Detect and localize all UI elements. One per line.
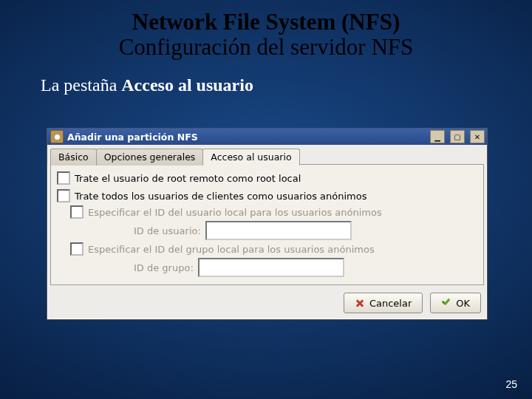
checkbox-all-anon[interactable] — [57, 189, 70, 202]
cancel-icon — [355, 298, 365, 308]
slide-title-bold: Network File System (NFS) — [0, 9, 532, 35]
label-root-remote: Trate el usuario de root remoto como roo… — [75, 173, 301, 184]
slide-title-sub: Configuración del servidor NFS — [0, 34, 532, 61]
maximize-icon: ▢ — [454, 133, 460, 141]
app-icon — [50, 130, 64, 143]
option-root-remote[interactable]: Trate el usuario de root remoto como roo… — [55, 169, 479, 187]
row-group-id: ID de grupo: — [134, 256, 479, 279]
checkbox-root-remote[interactable] — [57, 171, 70, 185]
slide-lead: La pestaña Acceso al usuario — [41, 75, 532, 95]
checkbox-spec-group-id — [70, 242, 83, 256]
tab-bar: Básico Opciones generales Acceso al usua… — [47, 145, 487, 165]
label-all-anon: Trate todos los usuarios de clientes com… — [75, 191, 367, 202]
lead-prefix: La pestaña — [41, 75, 121, 95]
option-spec-group-id: Especificar el ID del grupo local para l… — [70, 242, 479, 256]
label-spec-user-id: Especificar el ID del usuario local para… — [88, 207, 382, 218]
minimize-icon: ▁ — [434, 133, 440, 141]
label-spec-group-id: Especificar el ID del grupo local para l… — [88, 244, 375, 255]
tab-basic[interactable]: Básico — [50, 149, 97, 166]
dialog-title: Añadir una partición NFS — [67, 132, 426, 143]
input-user-id — [205, 221, 352, 240]
nfs-dialog: Añadir una partición NFS ▁ ▢ ✕ Básico Op… — [47, 128, 488, 320]
option-spec-user-id: Especificar el ID del usuario local para… — [70, 205, 479, 219]
dialog-buttons: Cancelar OK — [47, 288, 487, 319]
label-user-id: ID de usuario: — [134, 225, 201, 236]
lead-bold: Acceso al usuario — [121, 75, 253, 95]
cancel-label: Cancelar — [369, 298, 412, 309]
ok-icon — [441, 298, 451, 308]
label-group-id: ID de grupo: — [134, 262, 194, 273]
close-button[interactable]: ✕ — [470, 130, 485, 143]
row-user-id: ID de usuario: — [134, 219, 479, 242]
ok-button[interactable]: OK — [430, 293, 481, 313]
cancel-button[interactable]: Cancelar — [344, 293, 423, 313]
input-group-id — [198, 258, 344, 277]
minimize-button[interactable]: ▁ — [430, 130, 445, 143]
tab-user-access[interactable]: Acceso al usuario — [202, 149, 299, 166]
slide: Network File System (NFS) Configuración … — [0, 0, 532, 399]
page-number: 25 — [505, 378, 517, 390]
maximize-button[interactable]: ▢ — [450, 130, 465, 143]
tab-general-options[interactable]: Opciones generales — [96, 149, 204, 166]
dialog-titlebar[interactable]: Añadir una partición NFS ▁ ▢ ✕ — [47, 129, 487, 145]
tab-panel-user-access: Trate el usuario de root remoto como roo… — [50, 164, 484, 285]
checkbox-spec-user-id — [70, 205, 83, 219]
ok-label: OK — [456, 298, 470, 309]
option-all-anon[interactable]: Trate todos los usuarios de clientes com… — [55, 187, 479, 205]
close-icon: ✕ — [474, 133, 480, 141]
